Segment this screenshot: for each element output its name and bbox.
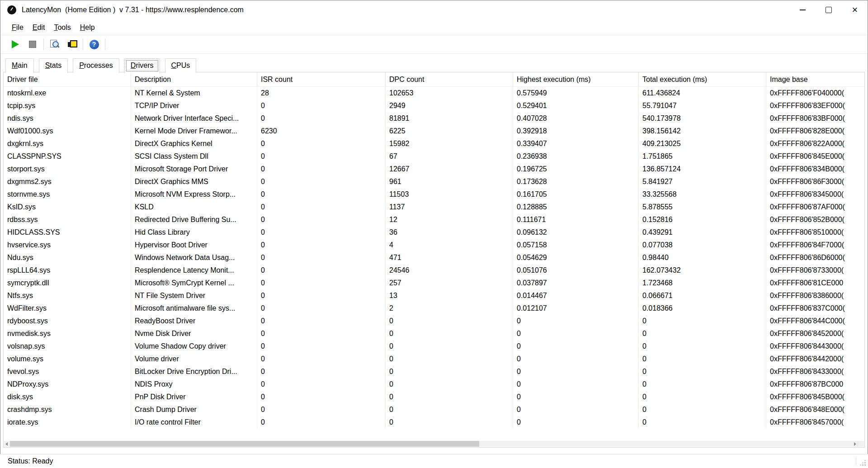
table-row[interactable]: WdFilter.sysMicrosoft antimalware file s… bbox=[4, 302, 864, 315]
table-cell: BitLocker Drive Encryption Dri... bbox=[131, 365, 257, 378]
column-header-highest-execution[interactable]: Highest execution (ms) bbox=[513, 72, 639, 86]
column-header-image-base[interactable]: Image base bbox=[766, 72, 864, 86]
tab-stats[interactable]: Stats bbox=[39, 58, 68, 73]
report-icon bbox=[49, 39, 60, 50]
table-row[interactable]: fvevol.sysBitLocker Drive Encryption Dri… bbox=[4, 365, 864, 378]
start-monitor-icon bbox=[12, 40, 19, 48]
table-cell: 0 bbox=[257, 327, 386, 340]
table-row[interactable]: hvservice.sysHypervisor Boot Driver040.0… bbox=[4, 239, 864, 251]
table-cell: 0xFFFFF806'8510000( bbox=[766, 226, 864, 239]
table-row[interactable]: tcpip.sysTCP/IP Driver029490.52940155.79… bbox=[4, 99, 864, 112]
menu-item-label: File bbox=[12, 24, 24, 32]
table-cell: Ndu.sys bbox=[4, 251, 131, 264]
table-row[interactable]: Ntfs.sysNT File System Driver0130.014467… bbox=[4, 289, 864, 302]
close-button[interactable]: × bbox=[842, 0, 868, 20]
copy-report-button[interactable] bbox=[65, 38, 79, 51]
table-cell: 0 bbox=[386, 353, 513, 365]
table-row[interactable]: Wdf01000.sysKernel Mode Driver Framewor.… bbox=[4, 125, 864, 137]
minimize-icon bbox=[800, 9, 806, 10]
toolbar-separator bbox=[105, 38, 105, 50]
table-cell: 0 bbox=[257, 213, 386, 226]
table-row[interactable]: stornvme.sysMicrosoft NVM Express Storp.… bbox=[4, 188, 864, 201]
menu-item-help[interactable]: Help bbox=[75, 22, 99, 33]
table-row[interactable]: rspLLL64.sysResplendence Latency Monit..… bbox=[4, 264, 864, 277]
table-cell: 0 bbox=[257, 403, 386, 416]
table-row[interactable]: KsID.sysKSLD011370.1288855.8785550xFFFFF… bbox=[4, 201, 864, 213]
table-cell: 102653 bbox=[386, 87, 513, 99]
start-monitor-button[interactable] bbox=[8, 38, 23, 51]
table-cell: 0xFFFFF806'8433000( bbox=[766, 365, 864, 378]
table-cell: 0 bbox=[257, 378, 386, 391]
tab-main[interactable]: Main bbox=[5, 58, 34, 73]
menu-item-tools[interactable]: Tools bbox=[49, 22, 75, 33]
table-row[interactable]: ntoskrnl.exeNT Kernel & System281026530.… bbox=[4, 87, 864, 99]
table-row[interactable]: nvmedisk.sysNvme Disk Driver00000xFFFFF8… bbox=[4, 327, 864, 340]
table-cell: 0xFFFFF806'8345000( bbox=[766, 188, 864, 201]
table-row[interactable]: rdyboost.sysReadyBoost Driver00000xFFFFF… bbox=[4, 315, 864, 327]
column-header-dpc-count[interactable]: DPC count bbox=[386, 72, 513, 86]
column-header-isr-count[interactable]: ISR count bbox=[257, 72, 386, 86]
table-row[interactable]: crashdmp.sysCrash Dump Driver00000xFFFFF… bbox=[4, 403, 864, 416]
table-row[interactable]: volsnap.sysVolume Shadow Copy driver0000… bbox=[4, 340, 864, 353]
horizontal-scrollbar-thumb[interactable] bbox=[10, 441, 479, 447]
column-header-description[interactable]: Description bbox=[131, 72, 257, 86]
help-button[interactable]: ? bbox=[87, 38, 101, 51]
table-row[interactable]: dxgkrnl.sysDirectX Graphics Kernel015982… bbox=[4, 137, 864, 150]
table-cell: 398.156142 bbox=[639, 125, 766, 137]
menu-item-edit[interactable]: Edit bbox=[28, 22, 50, 33]
table-cell: 0 bbox=[639, 391, 766, 403]
table-cell: 0.152816 bbox=[639, 213, 766, 226]
table-row[interactable]: ndis.sysNetwork Driver Interface Speci..… bbox=[4, 112, 864, 125]
stop-monitor-button[interactable] bbox=[25, 38, 40, 51]
horizontal-scrollbar[interactable] bbox=[4, 441, 858, 447]
table-row[interactable]: volume.sysVolume driver00000xFFFFF806'84… bbox=[4, 353, 864, 365]
table-cell: 15982 bbox=[386, 137, 513, 150]
table-cell: 0xFFFFF806'844C000( bbox=[766, 315, 864, 327]
tab-drivers[interactable]: Drivers bbox=[124, 58, 160, 73]
table-row[interactable]: disk.sysPnP Disk Driver00000xFFFFF806'84… bbox=[4, 391, 864, 403]
table-cell: 33.325568 bbox=[639, 188, 766, 201]
column-header-driver-file[interactable]: Driver file bbox=[4, 72, 131, 86]
table-cell: 0xFFFFF806'848E000( bbox=[766, 403, 864, 416]
table-row[interactable]: storport.sysMicrosoft Storage Port Drive… bbox=[4, 163, 864, 175]
tab-cpus[interactable]: CPUs bbox=[165, 58, 197, 73]
table-row[interactable]: symcryptk.dllMicrosoft® SymCrypt Kernel … bbox=[4, 277, 864, 289]
table-row[interactable]: dxgmms2.sysDirectX Graphics MMS09610.173… bbox=[4, 175, 864, 188]
table-cell: Crash Dump Driver bbox=[131, 403, 257, 416]
table-cell: rdyboost.sys bbox=[4, 315, 131, 327]
table-cell: 0xFFFFF806'852B000( bbox=[766, 213, 864, 226]
resize-grip[interactable] bbox=[860, 460, 866, 466]
scroll-right-icon[interactable] bbox=[854, 442, 856, 446]
table-row[interactable]: Ndu.sysWindows Network Data Usag...04710… bbox=[4, 251, 864, 264]
table-row[interactable]: NDProxy.sysNDIS Proxy00000xFFFFF806'87BC… bbox=[4, 378, 864, 391]
report-button[interactable] bbox=[47, 38, 62, 51]
column-header-total-execution[interactable]: Total execution (ms) bbox=[639, 72, 766, 86]
table-cell: nvmedisk.sys bbox=[4, 327, 131, 340]
table-body: ntoskrnl.exeNT Kernel & System281026530.… bbox=[4, 87, 864, 429]
table-cell: 540.173978 bbox=[639, 112, 766, 125]
table-cell: 0xFFFFF806'8457000( bbox=[766, 416, 864, 429]
scroll-left-icon[interactable] bbox=[5, 442, 8, 446]
table-cell: Wdf01000.sys bbox=[4, 125, 131, 137]
table-cell: NDIS Proxy bbox=[131, 378, 257, 391]
table-cell: disk.sys bbox=[4, 391, 131, 403]
table-cell: SCSI Class System Dll bbox=[131, 150, 257, 163]
table-cell: 0xFFFFF806'8386000( bbox=[766, 289, 864, 302]
table-cell: 0xFFFFF806'8442000( bbox=[766, 353, 864, 365]
table-cell: crashdmp.sys bbox=[4, 403, 131, 416]
table-cell: 0 bbox=[386, 391, 513, 403]
menu-item-file[interactable]: File bbox=[7, 22, 28, 33]
table-cell: 0xFFFFF806'86D6000( bbox=[766, 251, 864, 264]
table-row[interactable]: CLASSPNP.SYSSCSI Class System Dll0670.23… bbox=[4, 150, 864, 163]
table-cell: 0xFFFFF806'834B000( bbox=[766, 163, 864, 175]
table-row[interactable]: rdbss.sysRedirected Drive Buffering Su..… bbox=[4, 213, 864, 226]
table-cell: 5.841927 bbox=[639, 175, 766, 188]
table-cell: 24546 bbox=[386, 264, 513, 277]
minimize-button[interactable] bbox=[789, 0, 816, 20]
table-cell: 0 bbox=[513, 327, 639, 340]
table-row[interactable]: HIDCLASS.SYSHid Class Library0360.096132… bbox=[4, 226, 864, 239]
tab-processes[interactable]: Processes bbox=[73, 58, 119, 73]
menu-item-label: Help bbox=[80, 24, 95, 32]
table-row[interactable]: iorate.sysI/O rate control Filter00000xF… bbox=[4, 416, 864, 429]
maximize-button[interactable] bbox=[816, 0, 842, 20]
